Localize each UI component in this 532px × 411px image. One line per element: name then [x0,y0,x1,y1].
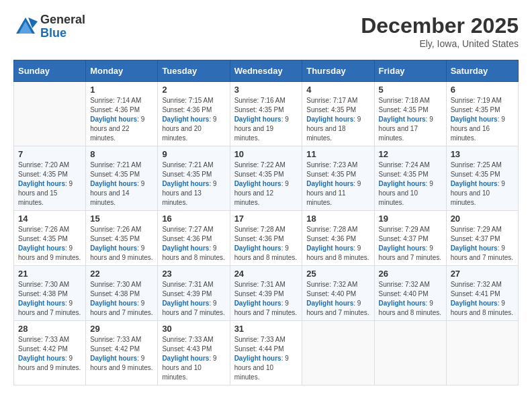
table-row [374,321,446,385]
daylight-label: Daylight hours [379,244,426,252]
calendar-week-row: 21Sunrise: 7:30 AMSunset: 4:38 PMDayligh… [14,266,519,321]
table-row: 29Sunrise: 7:33 AMSunset: 4:42 PMDayligh… [86,321,158,385]
daylight-label: Daylight hours [162,180,209,187]
daylight-label: Daylight hours [451,300,498,307]
logo: General Blue [13,13,85,40]
col-saturday: Saturday [446,60,518,82]
table-row: 6Sunrise: 7:19 AMSunset: 4:35 PMDaylight… [446,82,518,146]
table-row: 24Sunrise: 7:31 AMSunset: 4:39 PMDayligh… [230,266,302,321]
day-number: 23 [162,269,225,279]
daylight-label: Daylight hours [379,180,426,187]
daylight-label: Daylight hours [234,180,281,187]
day-number: 16 [162,214,225,224]
table-row: 12Sunrise: 7:24 AMSunset: 4:35 PMDayligh… [374,146,446,211]
table-row: 28Sunrise: 7:33 AMSunset: 4:42 PMDayligh… [14,321,86,385]
day-info: Sunrise: 7:14 AMSunset: 4:36 PMDaylight … [90,96,153,143]
day-number: 13 [451,149,514,159]
day-info: Sunrise: 7:22 AMSunset: 4:35 PMDaylight … [234,161,298,208]
col-sunday: Sunday [14,60,86,82]
daylight-label: Daylight hours [306,180,353,187]
day-info: Sunrise: 7:23 AMSunset: 4:35 PMDaylight … [306,161,369,208]
table-row: 15Sunrise: 7:26 AMSunset: 4:35 PMDayligh… [86,211,158,266]
daylight-label: Daylight hours [379,300,426,307]
day-info: Sunrise: 7:26 AMSunset: 4:35 PMDaylight … [18,225,81,263]
day-number: 30 [162,324,225,334]
daylight-label: Daylight hours [234,116,281,123]
table-row: 30Sunrise: 7:33 AMSunset: 4:43 PMDayligh… [158,321,230,385]
day-info: Sunrise: 7:18 AMSunset: 4:35 PMDaylight … [379,96,442,143]
daylight-label: Daylight hours [306,244,353,252]
daylight-label: Daylight hours [18,180,65,187]
table-row: 1Sunrise: 7:14 AMSunset: 4:36 PMDaylight… [86,82,158,146]
day-number: 12 [379,149,442,159]
day-number: 25 [306,269,369,279]
day-info: Sunrise: 7:19 AMSunset: 4:35 PMDaylight … [451,96,514,143]
day-info: Sunrise: 7:25 AMSunset: 4:35 PMDaylight … [451,161,514,208]
day-info: Sunrise: 7:29 AMSunset: 4:37 PMDaylight … [379,225,442,263]
table-row: 8Sunrise: 7:21 AMSunset: 4:35 PMDaylight… [86,146,158,211]
col-monday: Monday [86,60,158,82]
day-number: 17 [234,214,298,224]
table-row: 16Sunrise: 7:27 AMSunset: 4:36 PMDayligh… [158,211,230,266]
day-info: Sunrise: 7:27 AMSunset: 4:36 PMDaylight … [162,225,225,263]
table-row: 17Sunrise: 7:28 AMSunset: 4:36 PMDayligh… [230,211,302,266]
table-row: 23Sunrise: 7:31 AMSunset: 4:39 PMDayligh… [158,266,230,321]
logo-text: General Blue [40,13,85,40]
col-friday: Friday [374,60,446,82]
daylight-label: Daylight hours [90,116,137,123]
day-info: Sunrise: 7:32 AMSunset: 4:40 PMDaylight … [379,280,442,318]
day-number: 20 [451,214,514,224]
day-info: Sunrise: 7:16 AMSunset: 4:35 PMDaylight … [234,96,298,143]
day-info: Sunrise: 7:30 AMSunset: 4:38 PMDaylight … [18,280,81,318]
day-number: 15 [90,214,153,224]
calendar-week-row: 1Sunrise: 7:14 AMSunset: 4:36 PMDaylight… [14,82,519,146]
daylight-label: Daylight hours [162,116,209,123]
table-row [302,321,374,385]
table-row: 10Sunrise: 7:22 AMSunset: 4:35 PMDayligh… [230,146,302,211]
table-row: 13Sunrise: 7:25 AMSunset: 4:35 PMDayligh… [446,146,518,211]
day-number: 31 [234,324,298,334]
daylight-label: Daylight hours [234,355,281,362]
table-row: 31Sunrise: 7:33 AMSunset: 4:44 PMDayligh… [230,321,302,385]
logo-general-text: General [40,13,85,27]
calendar-table: Sunday Monday Tuesday Wednesday Thursday… [13,60,519,385]
daylight-label: Daylight hours [162,300,209,307]
table-row: 4Sunrise: 7:17 AMSunset: 4:35 PMDaylight… [302,82,374,146]
daylight-label: Daylight hours [451,244,498,252]
day-number: 11 [306,149,369,159]
day-number: 8 [90,149,153,159]
day-number: 19 [379,214,442,224]
day-info: Sunrise: 7:28 AMSunset: 4:36 PMDaylight … [306,225,369,263]
day-info: Sunrise: 7:28 AMSunset: 4:36 PMDaylight … [234,225,298,263]
day-info: Sunrise: 7:33 AMSunset: 4:43 PMDaylight … [162,335,225,382]
daylight-label: Daylight hours [451,180,498,187]
day-info: Sunrise: 7:15 AMSunset: 4:36 PMDaylight … [162,96,225,143]
day-number: 28 [18,324,81,334]
daylight-label: Daylight hours [18,300,65,307]
day-info: Sunrise: 7:33 AMSunset: 4:42 PMDaylight … [90,335,153,373]
daylight-label: Daylight hours [18,244,65,252]
daylight-label: Daylight hours [306,116,353,123]
table-row [446,321,518,385]
day-number: 27 [451,269,514,279]
table-row: 20Sunrise: 7:29 AMSunset: 4:37 PMDayligh… [446,211,518,266]
daylight-label: Daylight hours [162,355,209,362]
daylight-label: Daylight hours [451,116,498,123]
daylight-label: Daylight hours [90,300,137,307]
table-row: 9Sunrise: 7:21 AMSunset: 4:35 PMDaylight… [158,146,230,211]
daylight-label: Daylight hours [306,300,353,307]
logo-icon [13,15,38,39]
calendar-header-row: Sunday Monday Tuesday Wednesday Thursday… [14,60,519,82]
day-number: 14 [18,214,81,224]
location-text: Ely, Iowa, United States [361,38,519,49]
day-info: Sunrise: 7:30 AMSunset: 4:38 PMDaylight … [90,280,153,318]
day-number: 21 [18,269,81,279]
day-info: Sunrise: 7:26 AMSunset: 4:35 PMDaylight … [90,225,153,263]
day-number: 9 [162,149,225,159]
day-number: 5 [379,85,442,95]
page-header: General Blue December 2025 Ely, Iowa, Un… [13,13,519,49]
day-info: Sunrise: 7:21 AMSunset: 4:35 PMDaylight … [162,161,225,208]
table-row: 3Sunrise: 7:16 AMSunset: 4:35 PMDaylight… [230,82,302,146]
day-info: Sunrise: 7:32 AMSunset: 4:40 PMDaylight … [306,280,369,318]
month-title: December 2025 [361,13,519,38]
